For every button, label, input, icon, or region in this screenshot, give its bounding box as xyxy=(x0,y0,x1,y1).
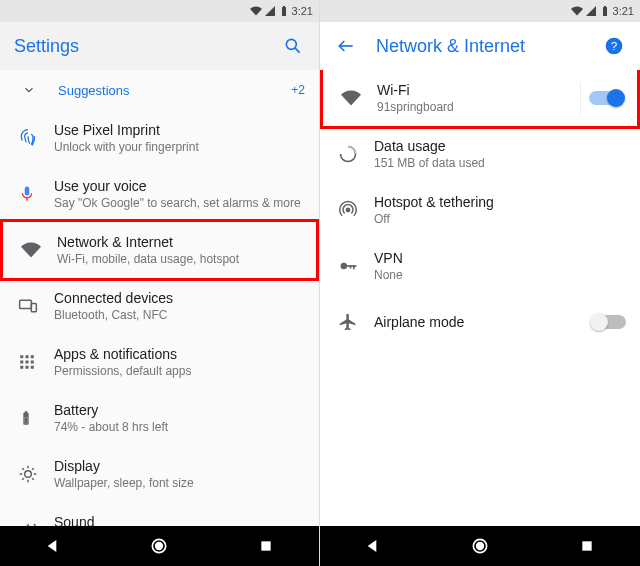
svg-point-14 xyxy=(25,471,32,478)
chevron-down-icon xyxy=(22,83,38,97)
status-time: 3:21 xyxy=(292,5,313,17)
row-sub: None xyxy=(374,268,626,282)
network-toolbar: Network & Internet ? xyxy=(320,22,640,70)
network-title: Network & Internet xyxy=(376,36,602,57)
nav-bar xyxy=(320,526,640,566)
help-button[interactable]: ? xyxy=(602,34,626,58)
battery-icon xyxy=(18,408,54,428)
row-hotspot[interactable]: Hotspot & tethering Off xyxy=(320,182,640,238)
svg-rect-10 xyxy=(20,366,23,369)
nav-recent[interactable] xyxy=(256,536,276,556)
row-title: Use Pixel Imprint xyxy=(54,122,305,138)
svg-text:?: ? xyxy=(611,39,618,52)
signal-icon xyxy=(585,5,597,17)
row-title: Connected devices xyxy=(54,290,305,306)
svg-rect-7 xyxy=(20,361,23,364)
row-battery[interactable]: Battery 74% - about 8 hrs left xyxy=(0,390,319,446)
row-title: Apps & notifications xyxy=(54,346,305,362)
wifi-icon xyxy=(571,5,583,17)
suggestions-label: Suggestions xyxy=(58,83,291,98)
row-sub: Permissions, default apps xyxy=(54,364,305,378)
search-icon xyxy=(283,36,303,56)
svg-rect-12 xyxy=(31,366,34,369)
nav-home[interactable] xyxy=(470,536,490,556)
nav-recent[interactable] xyxy=(577,536,597,556)
row-title: Display xyxy=(54,458,305,474)
row-airplane-mode[interactable]: Airplane mode xyxy=(320,294,640,350)
vpn-key-icon xyxy=(338,256,374,276)
wifi-icon xyxy=(341,88,377,108)
svg-rect-9 xyxy=(31,361,34,364)
svg-line-19 xyxy=(22,468,24,470)
mic-icon xyxy=(18,185,54,203)
row-connected-devices[interactable]: Connected devices Bluetooth, Cast, NFC xyxy=(0,278,319,334)
settings-screen: 3:21 Settings Suggestions +2 Use Pixel I… xyxy=(0,0,320,566)
row-pixel-imprint[interactable]: Use Pixel Imprint Unlock with your finge… xyxy=(0,110,319,166)
data-usage-icon xyxy=(338,144,374,164)
row-sub: 151 MB of data used xyxy=(374,156,626,170)
svg-rect-4 xyxy=(20,355,23,358)
row-network-internet[interactable]: Network & Internet Wi-Fi, mobile, data u… xyxy=(0,219,319,281)
arrow-left-icon xyxy=(336,36,356,56)
row-title: Data usage xyxy=(374,138,626,154)
svg-rect-36 xyxy=(582,541,591,550)
search-button[interactable] xyxy=(281,34,305,58)
row-title: Wi-Fi xyxy=(377,82,572,98)
settings-content: Suggestions +2 Use Pixel Imprint Unlock … xyxy=(0,70,319,526)
svg-rect-5 xyxy=(26,355,29,358)
nav-back[interactable] xyxy=(363,536,383,556)
status-bar: 3:21 xyxy=(0,0,319,22)
suggestions-row[interactable]: Suggestions +2 xyxy=(0,70,319,110)
network-content: Wi-Fi 91springboard Data usage 151 MB of… xyxy=(320,70,640,526)
hotspot-icon xyxy=(338,200,374,220)
row-sub: Say "Ok Google" to search, set alarms & … xyxy=(54,196,305,210)
back-button[interactable] xyxy=(334,34,358,58)
apps-icon xyxy=(18,353,54,371)
battery-icon xyxy=(599,5,611,17)
airplane-icon xyxy=(338,312,374,332)
svg-point-0 xyxy=(286,39,296,49)
svg-line-22 xyxy=(32,468,34,470)
svg-point-29 xyxy=(346,208,349,211)
svg-rect-2 xyxy=(20,300,32,308)
svg-line-20 xyxy=(32,478,34,480)
nav-back[interactable] xyxy=(43,536,63,556)
row-wifi[interactable]: Wi-Fi 91springboard xyxy=(320,70,640,129)
settings-toolbar: Settings xyxy=(0,22,319,70)
nav-home[interactable] xyxy=(149,536,169,556)
row-title: Airplane mode xyxy=(374,314,592,330)
display-icon xyxy=(18,464,54,484)
row-title: Sound xyxy=(54,514,305,526)
status-bar: 3:21 xyxy=(320,0,640,22)
svg-rect-33 xyxy=(350,265,352,268)
row-data-usage[interactable]: Data usage 151 MB of data used xyxy=(320,126,640,182)
nav-bar xyxy=(0,526,319,566)
svg-rect-31 xyxy=(346,265,356,267)
row-sound[interactable]: Sound Volume, vibration, Do Not Disturb xyxy=(0,502,319,526)
wifi-toggle[interactable] xyxy=(589,91,623,105)
svg-point-35 xyxy=(477,543,484,550)
airplane-toggle[interactable] xyxy=(592,315,626,329)
row-sub: Bluetooth, Cast, NFC xyxy=(54,308,305,322)
row-display[interactable]: Display Wallpaper, sleep, font size xyxy=(0,446,319,502)
status-time: 3:21 xyxy=(613,5,634,17)
row-vpn[interactable]: VPN None xyxy=(320,238,640,294)
battery-icon xyxy=(278,5,290,17)
row-sub: Off xyxy=(374,212,626,226)
signal-icon xyxy=(264,5,276,17)
svg-rect-25 xyxy=(261,541,270,550)
row-sub: 74% - about 8 hrs left xyxy=(54,420,305,434)
svg-rect-13 xyxy=(25,417,28,423)
row-title: Use your voice xyxy=(54,178,305,194)
svg-rect-8 xyxy=(26,361,29,364)
row-sub: Wi-Fi, mobile, data usage, hotspot xyxy=(57,252,302,266)
settings-title: Settings xyxy=(14,36,281,57)
row-sub: Wallpaper, sleep, font size xyxy=(54,476,305,490)
network-screen: 3:21 Network & Internet ? Wi-Fi 91spring… xyxy=(320,0,640,566)
row-use-voice[interactable]: Use your voice Say "Ok Google" to search… xyxy=(0,166,319,222)
fingerprint-icon xyxy=(18,128,54,148)
row-sub: 91springboard xyxy=(377,100,572,114)
row-title: Battery xyxy=(54,402,305,418)
row-apps-notifications[interactable]: Apps & notifications Permissions, defaul… xyxy=(0,334,319,390)
svg-line-21 xyxy=(22,478,24,480)
